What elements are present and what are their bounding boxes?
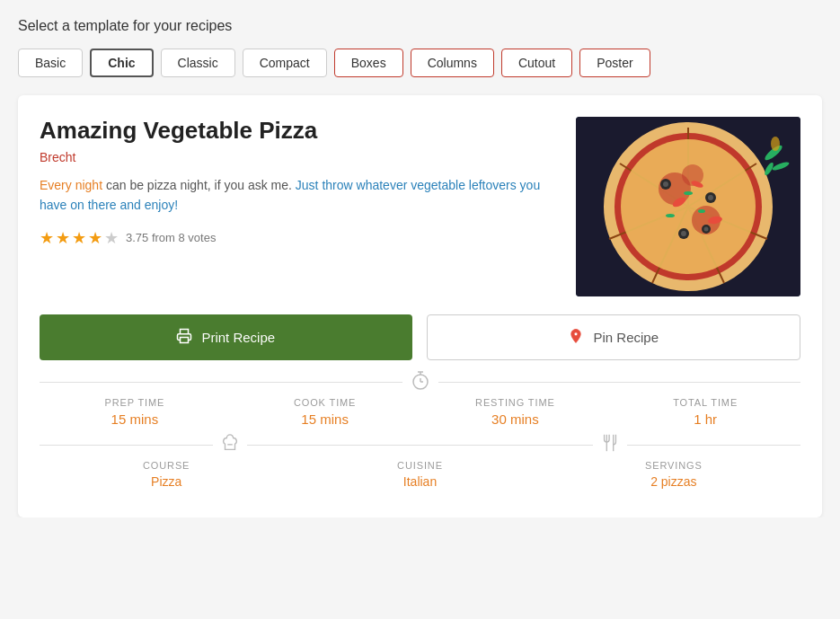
tab-chic[interactable]: Chic: [90, 49, 153, 77]
recipe-image: [576, 117, 800, 296]
recipe-info: Amazing Vegetable Pizza Brecht Every nig…: [40, 117, 576, 248]
recipe-title: Amazing Vegetable Pizza: [40, 117, 554, 145]
time-cook-value: 15 mins: [230, 411, 420, 427]
recipe-card: Amazing Vegetable Pizza Brecht Every nig…: [18, 95, 822, 517]
description-highlight-orange: Every night: [40, 178, 102, 192]
time-total: TOTAL TIME 1 hr: [610, 397, 800, 427]
tab-classic[interactable]: Classic: [161, 49, 235, 77]
time-rest-value: 30 mins: [420, 411, 611, 427]
star-3: ★: [72, 228, 86, 248]
chef-icon: [213, 433, 247, 457]
print-recipe-button[interactable]: Print Recipe: [40, 314, 412, 360]
timer-section: PREP TIME 15 mins COOK TIME 15 mins REST…: [40, 383, 800, 434]
fork-knife-icon: [593, 433, 627, 457]
time-grid: PREP TIME 15 mins COOK TIME 15 mins REST…: [40, 397, 800, 427]
rating-row: ★ ★ ★ ★ ★ 3.75 from 8 votes: [40, 228, 554, 248]
svg-point-15: [663, 181, 668, 187]
tab-cutout[interactable]: Cutout: [501, 49, 572, 77]
svg-point-25: [666, 214, 675, 217]
meta-course-label: COURSE: [40, 460, 293, 471]
tab-columns[interactable]: Columns: [411, 49, 494, 77]
meta-course: COURSE Pizza: [40, 460, 293, 489]
recipe-header: Amazing Vegetable Pizza Brecht Every nig…: [40, 117, 800, 296]
pin-recipe-button[interactable]: Pin Recipe: [427, 314, 801, 360]
svg-point-27: [684, 191, 693, 195]
star-rating[interactable]: ★ ★ ★ ★ ★: [40, 228, 119, 248]
meta-course-value: Pizza: [40, 474, 293, 489]
tab-poster[interactable]: Poster: [579, 49, 650, 77]
print-icon: [176, 328, 192, 347]
meta-servings: SERVINGS 2 pizzas: [547, 460, 800, 489]
rating-text: 3.75 from 8 votes: [126, 231, 216, 244]
recipe-author[interactable]: Brecht: [40, 150, 554, 164]
time-cook-label: COOK TIME: [230, 397, 420, 408]
pin-label: Pin Recipe: [593, 330, 659, 345]
star-2: ★: [56, 228, 70, 248]
time-total-value: 1 hr: [610, 411, 800, 427]
star-1: ★: [40, 228, 54, 248]
meta-cuisine-value: Italian: [293, 474, 546, 489]
recipe-description: Every night can be pizza night, if you a…: [40, 175, 554, 216]
meta-servings-label: SERVINGS: [547, 460, 800, 471]
meta-servings-value: 2 pizzas: [547, 474, 800, 489]
time-rest-label: RESTING TIME: [420, 397, 611, 408]
tab-compact[interactable]: Compact: [243, 49, 327, 77]
meta-section: COURSE Pizza CUISINE Italian SERVINGS 2 …: [40, 446, 800, 496]
action-buttons: Print Recipe Pin Recipe: [40, 314, 800, 360]
time-prep-label: PREP TIME: [40, 397, 230, 408]
svg-point-32: [771, 137, 780, 151]
meta-grid: COURSE Pizza CUISINE Italian SERVINGS 2 …: [40, 460, 800, 489]
time-cook: COOK TIME 15 mins: [230, 397, 420, 427]
svg-rect-33: [181, 338, 189, 343]
pin-icon: [568, 328, 584, 347]
time-prep-value: 15 mins: [40, 411, 230, 427]
time-rest: RESTING TIME 30 mins: [420, 397, 611, 427]
timer-icon: [402, 370, 438, 397]
time-prep: PREP TIME 15 mins: [40, 397, 230, 427]
svg-point-19: [681, 231, 686, 236]
print-label: Print Recipe: [201, 330, 275, 345]
tab-boxes[interactable]: Boxes: [334, 49, 403, 77]
meta-cuisine-label: CUISINE: [293, 460, 546, 471]
meta-cuisine: CUISINE Italian: [293, 460, 546, 489]
tab-basic[interactable]: Basic: [18, 49, 83, 77]
time-total-label: TOTAL TIME: [610, 397, 800, 408]
page-title: Select a template for your recipes: [18, 18, 822, 34]
template-tabs: Basic Chic Classic Compact Boxes Columns…: [18, 49, 822, 77]
star-4: ★: [88, 228, 102, 248]
description-text1: can be pizza night, if you ask me.: [106, 178, 296, 192]
star-5: ★: [104, 228, 119, 248]
